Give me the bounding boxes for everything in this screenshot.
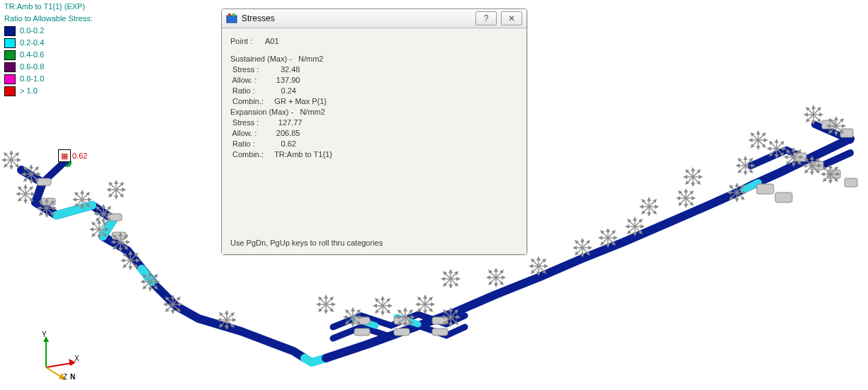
svg-marker-460 (828, 118, 833, 122)
svg-marker-31 (4, 164, 8, 168)
svg-marker-207 (388, 304, 393, 308)
support-marker-icon (598, 228, 618, 248)
svg-marker-278 (529, 264, 533, 268)
svg-line-407 (787, 151, 800, 164)
svg-marker-210 (386, 298, 390, 302)
svg-line-371 (739, 159, 752, 172)
svg-marker-450 (817, 107, 821, 111)
svg-marker-421 (810, 171, 814, 176)
svg-marker-306 (611, 230, 616, 234)
svg-marker-62 (37, 206, 41, 210)
svg-marker-312 (633, 217, 637, 221)
result-row: Allow. : 206.85 (230, 128, 518, 139)
svg-marker-426 (816, 158, 820, 162)
viewport-3d[interactable]: TR:Amb to T1{1} (EXP) Ratio to Allowable… (0, 0, 868, 390)
svg-line-94 (93, 223, 106, 236)
result-row: Combin.: GR + Max P{1} (230, 96, 518, 107)
svg-marker-103 (91, 233, 96, 237)
svg-marker-302 (598, 236, 602, 240)
svg-line-22 (5, 154, 18, 166)
svg-marker-400 (769, 141, 773, 145)
svg-marker-314 (625, 224, 629, 229)
svg-marker-360 (735, 183, 739, 187)
svg-marker-187 (318, 308, 322, 312)
svg-marker-280 (531, 258, 535, 263)
svg-marker-89 (107, 217, 111, 222)
close-button[interactable]: ✕ (501, 11, 522, 25)
svg-marker-277 (536, 272, 541, 276)
svg-line-347 (687, 171, 699, 183)
svg-marker-67 (39, 212, 43, 216)
svg-marker-161 (176, 308, 181, 312)
svg-line-442 (807, 108, 820, 121)
svg-rect-17 (41, 198, 55, 205)
svg-marker-293 (586, 251, 590, 256)
svg-marker-24 (9, 150, 13, 154)
svg-marker-88 (96, 206, 100, 210)
stresses-dialog[interactable]: Stresses ? ✕ Point : A01 Sustained (Max)… (221, 8, 527, 255)
svg-line-166 (220, 314, 233, 326)
point-value: A01 (265, 37, 279, 45)
support-marker-icon (120, 251, 140, 270)
support-marker-icon (106, 180, 126, 200)
svg-marker-385 (756, 146, 760, 150)
svg-marker-354 (697, 169, 701, 173)
svg-marker-217 (403, 323, 407, 327)
svg-marker-264 (494, 268, 498, 272)
svg-rect-471 (228, 13, 231, 16)
svg-marker-54 (29, 186, 33, 190)
svg-marker-290 (573, 246, 577, 250)
svg-marker-276 (536, 256, 541, 260)
svg-marker-114 (124, 234, 128, 239)
svg-marker-30 (15, 152, 19, 156)
svg-marker-120 (114, 180, 118, 184)
svg-marker-307 (600, 241, 604, 246)
svg-marker-162 (176, 297, 181, 301)
svg-marker-235 (417, 308, 422, 312)
svg-line-155 (167, 298, 179, 311)
support-marker-icon (804, 105, 823, 125)
dialog-titlebar[interactable]: Stresses ? ✕ (222, 9, 526, 28)
svg-line-131 (124, 254, 137, 267)
svg-marker-352 (685, 169, 689, 173)
svg-marker-448 (806, 107, 810, 111)
svg-marker-218 (395, 315, 400, 319)
section-heading: Sustained (Max) - N/mm2 (230, 54, 518, 64)
svg-marker-48 (23, 184, 28, 188)
svg-marker-425 (816, 169, 820, 173)
svg-marker-351 (699, 175, 703, 179)
svg-marker-220 (398, 309, 402, 314)
svg-marker-434 (821, 172, 825, 176)
svg-marker-355 (685, 180, 689, 185)
svg-marker-397 (774, 154, 779, 159)
support-marker-icon (1, 150, 21, 170)
svg-marker-270 (500, 270, 504, 274)
svg-marker-113 (124, 246, 128, 250)
svg-rect-19 (112, 232, 126, 239)
axis-y-label: Y (42, 331, 47, 338)
legend-range-label: 0.4-0.6 (20, 50, 44, 60)
svg-marker-223 (398, 321, 402, 325)
svg-marker-147 (156, 280, 160, 284)
point-label: Point : (230, 37, 252, 45)
support-marker-icon (89, 219, 109, 239)
support-marker-icon (486, 268, 506, 287)
help-button[interactable]: ? (475, 11, 497, 25)
support-marker-icon (37, 198, 57, 218)
svg-marker-180 (324, 294, 328, 299)
svg-marker-185 (329, 308, 334, 312)
svg-marker-175 (219, 323, 223, 328)
svg-marker-267 (502, 275, 506, 280)
svg-marker-288 (580, 238, 585, 242)
svg-marker-391 (750, 144, 755, 148)
svg-rect-12 (828, 170, 840, 178)
svg-marker-132 (128, 251, 133, 255)
svg-marker-433 (828, 180, 833, 184)
svg-line-383 (752, 134, 765, 147)
svg-line-35 (25, 168, 38, 180)
svg-marker-156 (171, 294, 175, 299)
svg-marker-447 (819, 113, 823, 117)
axis-x-label: X (74, 355, 79, 362)
svg-rect-18 (108, 214, 122, 221)
svg-line-34 (25, 168, 38, 180)
